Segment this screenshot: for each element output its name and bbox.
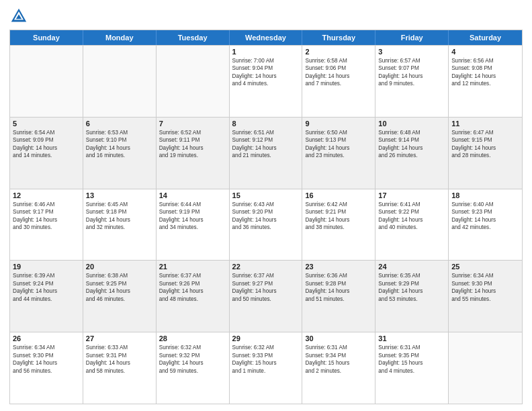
day-cell-15: 15Sunrise: 6:43 AMSunset: 9:20 PMDayligh…	[230, 189, 303, 261]
cell-line: and 50 minutes.	[232, 295, 300, 303]
day-cell-14: 14Sunrise: 6:44 AMSunset: 9:19 PMDayligh…	[157, 189, 230, 261]
cell-line: Sunrise: 6:42 AM	[305, 201, 372, 208]
cell-line: Daylight: 14 hours	[451, 144, 519, 152]
cell-line: and 48 minutes.	[159, 295, 226, 303]
cell-line: Daylight: 14 hours	[232, 287, 300, 295]
cell-line: and 21 minutes.	[232, 152, 300, 159]
empty-cell	[157, 46, 230, 117]
cell-line: and 42 minutes.	[451, 224, 519, 231]
day-number: 24	[378, 263, 445, 271]
day-cell-19: 19Sunrise: 6:39 AMSunset: 9:24 PMDayligh…	[10, 261, 83, 332]
cell-line: Sunset: 9:34 PM	[305, 352, 372, 359]
day-number: 15	[232, 191, 300, 199]
cell-line: Sunset: 9:31 PM	[86, 352, 153, 359]
cell-line: and 59 minutes.	[159, 367, 226, 375]
logo-icon	[9, 7, 28, 26]
day-cell-27: 27Sunrise: 6:33 AMSunset: 9:31 PMDayligh…	[83, 332, 157, 404]
day-cell-9: 9Sunrise: 6:50 AMSunset: 9:13 PMDaylight…	[302, 118, 375, 189]
cell-line: Sunrise: 6:52 AM	[159, 129, 226, 136]
cell-line: and 4 minutes.	[378, 367, 445, 375]
cell-line: and 9 minutes.	[378, 80, 445, 87]
cell-line: Sunrise: 6:34 AM	[451, 272, 519, 279]
cell-line: Daylight: 14 hours	[159, 216, 226, 224]
cell-line: Sunrise: 6:40 AM	[451, 201, 519, 208]
cell-line: Sunset: 9:09 PM	[13, 136, 80, 144]
page: SundayMondayTuesdayWednesdayThursdayFrid…	[0, 0, 532, 411]
cell-line: and 32 minutes.	[86, 224, 153, 231]
day-number: 4	[451, 48, 519, 56]
day-number: 25	[451, 263, 519, 271]
day-cell-28: 28Sunrise: 6:32 AMSunset: 9:32 PMDayligh…	[157, 332, 230, 404]
calendar-body: 1Sunrise: 7:00 AMSunset: 9:04 PMDaylight…	[10, 45, 522, 404]
header-day-saturday: Saturday	[449, 30, 522, 45]
cell-line: Sunrise: 6:48 AM	[378, 129, 445, 136]
day-number: 22	[232, 263, 300, 271]
cell-line: and 16 minutes.	[86, 152, 153, 159]
day-number: 16	[305, 191, 372, 199]
day-number: 12	[13, 191, 80, 199]
cell-line: Sunset: 9:11 PM	[159, 136, 226, 144]
cell-line: Sunset: 9:04 PM	[232, 64, 300, 72]
day-cell-21: 21Sunrise: 6:37 AMSunset: 9:26 PMDayligh…	[157, 261, 230, 332]
cell-line: Daylight: 14 hours	[232, 144, 300, 152]
cell-line: Sunrise: 6:56 AM	[451, 57, 519, 64]
day-cell-13: 13Sunrise: 6:45 AMSunset: 9:18 PMDayligh…	[83, 189, 157, 261]
cell-line: Sunrise: 7:00 AM	[232, 57, 300, 64]
logo	[9, 7, 31, 26]
cell-line: Sunset: 9:13 PM	[305, 136, 372, 144]
cell-line: and 7 minutes.	[305, 80, 372, 87]
cell-line: Sunrise: 6:34 AM	[13, 344, 80, 351]
cell-line: Sunset: 9:25 PM	[86, 280, 153, 287]
day-number: 8	[232, 120, 300, 128]
day-number: 2	[305, 48, 372, 56]
cell-line: Sunset: 9:28 PM	[305, 280, 372, 287]
header-day-tuesday: Tuesday	[157, 30, 230, 45]
day-number: 3	[378, 48, 445, 56]
cell-line: and 14 minutes.	[13, 152, 80, 159]
cell-line: Daylight: 14 hours	[86, 216, 153, 224]
day-number: 1	[232, 48, 300, 56]
cell-line: Daylight: 14 hours	[378, 216, 445, 224]
cell-line: Daylight: 14 hours	[13, 287, 80, 295]
cell-line: Sunrise: 6:58 AM	[305, 57, 372, 64]
cell-line: Daylight: 14 hours	[378, 144, 445, 152]
cell-line: and 28 minutes.	[451, 152, 519, 159]
cell-line: Sunrise: 6:46 AM	[13, 201, 80, 208]
day-cell-23: 23Sunrise: 6:36 AMSunset: 9:28 PMDayligh…	[302, 261, 375, 332]
cell-line: and 2 minutes.	[305, 367, 372, 375]
day-number: 20	[86, 263, 153, 271]
cell-line: Daylight: 14 hours	[13, 359, 80, 367]
cell-line: Sunrise: 6:31 AM	[305, 344, 372, 351]
cell-line: and 36 minutes.	[232, 224, 300, 231]
day-cell-18: 18Sunrise: 6:40 AMSunset: 9:23 PMDayligh…	[449, 189, 522, 261]
day-number: 7	[159, 120, 226, 128]
day-cell-22: 22Sunrise: 6:37 AMSunset: 9:27 PMDayligh…	[230, 261, 303, 332]
empty-cell	[10, 46, 83, 117]
day-cell-10: 10Sunrise: 6:48 AMSunset: 9:14 PMDayligh…	[375, 118, 449, 189]
cell-line: Sunrise: 6:45 AM	[86, 201, 153, 208]
cell-line: Sunset: 9:22 PM	[378, 208, 445, 216]
cell-line: Sunset: 9:23 PM	[451, 208, 519, 216]
day-cell-20: 20Sunrise: 6:38 AMSunset: 9:25 PMDayligh…	[83, 261, 157, 332]
cell-line: Sunset: 9:10 PM	[86, 136, 153, 144]
cell-line: Sunrise: 6:31 AM	[378, 344, 445, 351]
cell-line: Sunrise: 6:47 AM	[451, 129, 519, 136]
cell-line: and 12 minutes.	[451, 80, 519, 87]
cell-line: Sunset: 9:33 PM	[232, 352, 300, 359]
cell-line: Sunset: 9:24 PM	[13, 280, 80, 287]
cell-line: and 4 minutes.	[232, 80, 300, 87]
cell-line: Daylight: 14 hours	[86, 144, 153, 152]
day-cell-4: 4Sunrise: 6:56 AMSunset: 9:08 PMDaylight…	[449, 46, 522, 117]
cell-line: and 40 minutes.	[378, 224, 445, 231]
cell-line: Daylight: 14 hours	[305, 216, 372, 224]
cell-line: and 51 minutes.	[305, 295, 372, 303]
calendar-row-4: 26Sunrise: 6:34 AMSunset: 9:30 PMDayligh…	[10, 332, 522, 404]
header	[9, 7, 523, 26]
cell-line: Sunrise: 6:57 AM	[378, 57, 445, 64]
cell-line: Sunrise: 6:36 AM	[305, 272, 372, 279]
cell-line: and 19 minutes.	[159, 152, 226, 159]
empty-cell	[449, 332, 522, 404]
header-day-thursday: Thursday	[302, 30, 375, 45]
cell-line: Daylight: 14 hours	[159, 287, 226, 295]
cell-line: and 58 minutes.	[86, 367, 153, 375]
